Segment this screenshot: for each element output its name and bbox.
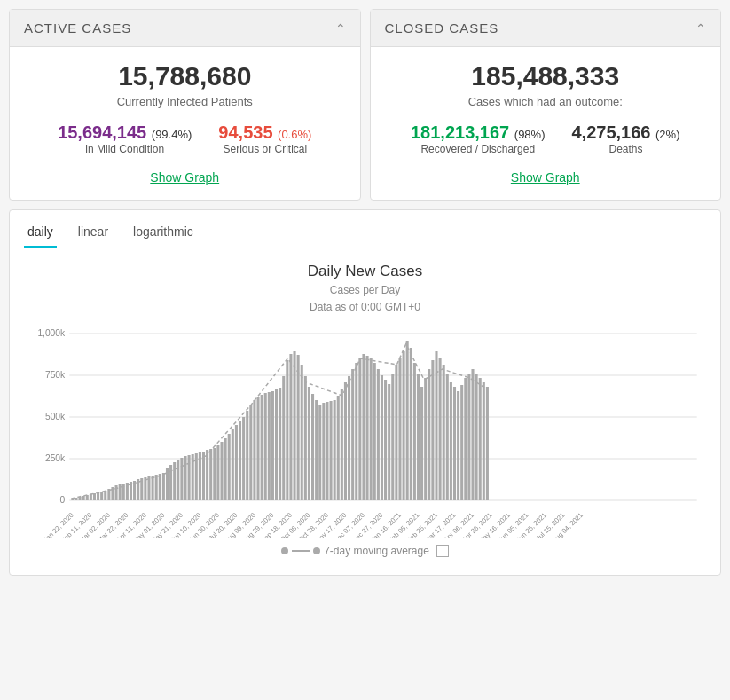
svg-rect-60 [253, 400, 255, 500]
svg-rect-69 [286, 360, 288, 500]
svg-rect-30 [144, 477, 146, 500]
active-cases-show-graph-link[interactable]: Show Graph [150, 170, 219, 185]
closed-cases-stats-row: 181,213,167 (98%) Recovered / Discharged… [385, 122, 707, 155]
chart-tabs: daily linear logarithmic [10, 210, 720, 248]
svg-rect-40 [180, 458, 183, 500]
svg-rect-47 [206, 450, 208, 500]
recovered-number: 181,213,167 (98%) [411, 122, 545, 143]
critical-number: 94,535 (0.6%) [218, 122, 311, 143]
deaths-label: Deaths [571, 143, 679, 155]
svg-rect-18 [100, 492, 103, 500]
legend-moving-average: 7-day moving average [281, 545, 429, 557]
svg-rect-52 [224, 438, 227, 500]
svg-text:500k: 500k [45, 412, 66, 421]
closed-cases-main-number: 185,488,333 [385, 61, 707, 91]
closed-cases-chevron-icon[interactable]: ⌃ [695, 21, 706, 35]
svg-rect-77 [315, 400, 318, 500]
svg-rect-19 [104, 491, 106, 500]
legend-checkbox[interactable] [436, 545, 449, 557]
critical-stat: 94,535 (0.6%) Serious or Critical [218, 122, 311, 155]
svg-rect-66 [275, 389, 278, 500]
mild-number: 15,694,145 (99.4%) [58, 122, 192, 143]
chart-container: 1,000k 750k 500k 250k 0 [24, 325, 706, 538]
svg-rect-120 [471, 369, 474, 500]
active-cases-stats-row: 15,694,145 (99.4%) in Mild Condition 94,… [24, 122, 346, 155]
deaths-stat: 4,275,166 (2%) Deaths [571, 122, 679, 155]
svg-rect-87 [351, 369, 354, 500]
svg-rect-68 [282, 376, 285, 500]
svg-rect-51 [220, 442, 223, 500]
svg-rect-70 [289, 354, 292, 500]
svg-rect-98 [391, 374, 394, 500]
svg-text:1,000k: 1,000k [37, 328, 66, 338]
svg-rect-42 [188, 455, 191, 500]
svg-rect-110 [435, 351, 437, 500]
active-cases-chevron-icon[interactable]: ⌃ [335, 21, 346, 35]
svg-rect-73 [301, 365, 303, 500]
tab-daily[interactable]: daily [24, 217, 57, 248]
legend-dot-icon [281, 547, 288, 554]
svg-rect-109 [431, 360, 434, 500]
svg-rect-90 [362, 354, 365, 500]
legend-moving-average-label: 7-day moving average [324, 545, 429, 557]
svg-rect-55 [235, 425, 238, 500]
svg-rect-88 [355, 363, 357, 500]
svg-rect-38 [173, 462, 176, 500]
svg-rect-100 [398, 358, 401, 500]
svg-rect-85 [344, 382, 347, 500]
recovered-label: Recovered / Discharged [411, 143, 545, 155]
svg-rect-115 [453, 387, 456, 500]
svg-rect-86 [348, 376, 350, 500]
svg-rect-71 [293, 351, 295, 500]
svg-rect-16 [93, 493, 96, 500]
svg-rect-122 [479, 378, 482, 500]
closed-cases-header: CLOSED CASES ⌃ [371, 10, 721, 47]
critical-pct: (0.6%) [278, 128, 311, 141]
svg-rect-54 [232, 429, 234, 500]
deaths-pct: (2%) [655, 128, 679, 141]
daily-new-cases-chart: 1,000k 750k 500k 250k 0 [24, 325, 706, 538]
svg-rect-67 [279, 388, 281, 500]
svg-rect-96 [384, 380, 387, 500]
svg-rect-56 [239, 421, 241, 500]
svg-rect-84 [341, 389, 343, 500]
svg-rect-112 [443, 365, 445, 500]
svg-rect-82 [334, 400, 336, 500]
closed-cases-show-graph-link[interactable]: Show Graph [511, 170, 580, 185]
svg-rect-74 [304, 376, 307, 500]
svg-rect-79 [322, 403, 325, 500]
closed-cases-title: CLOSED CASES [385, 20, 499, 35]
svg-rect-81 [330, 401, 333, 500]
closed-cases-body: 185,488,333 Cases which had an outcome: … [371, 47, 721, 200]
svg-rect-57 [242, 417, 245, 500]
legend-dash-icon [292, 550, 310, 552]
svg-rect-97 [388, 384, 390, 500]
svg-rect-64 [268, 392, 271, 500]
svg-rect-103 [410, 348, 412, 500]
svg-rect-119 [467, 374, 470, 500]
svg-rect-59 [249, 405, 252, 500]
chart-footer: 7-day moving average [24, 538, 706, 568]
svg-text:750k: 750k [45, 370, 66, 380]
active-cases-main-number: 15,788,680 [24, 61, 346, 91]
active-cases-body: 15,788,680 Currently Infected Patients 1… [10, 47, 360, 200]
svg-rect-113 [446, 374, 449, 500]
svg-rect-89 [358, 358, 361, 500]
svg-rect-80 [326, 402, 328, 500]
tab-logarithmic[interactable]: logarithmic [130, 217, 197, 248]
svg-rect-108 [428, 369, 430, 500]
svg-rect-33 [155, 475, 158, 500]
svg-rect-49 [213, 448, 216, 500]
svg-rect-17 [97, 492, 99, 500]
svg-rect-63 [264, 393, 267, 500]
svg-rect-62 [261, 395, 263, 500]
svg-rect-34 [159, 474, 161, 500]
svg-text:0: 0 [59, 495, 65, 505]
chart-area: Daily New Cases Cases per Day Data as of… [10, 248, 720, 575]
tab-linear[interactable]: linear [75, 217, 112, 248]
svg-rect-91 [366, 356, 369, 500]
svg-rect-78 [318, 405, 321, 500]
svg-rect-75 [308, 387, 310, 500]
svg-rect-123 [483, 382, 485, 500]
active-cases-card: ACTIVE CASES ⌃ 15,788,680 Currently Infe… [9, 9, 361, 201]
